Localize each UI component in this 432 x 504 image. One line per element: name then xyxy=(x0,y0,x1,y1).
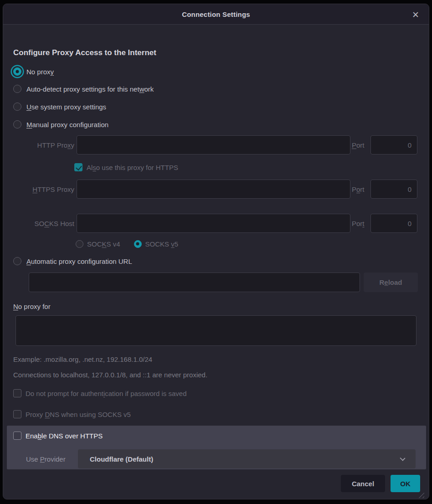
https-port-input[interactable] xyxy=(370,180,417,199)
configure-proxy-heading: Configure Proxy Access to the Internet xyxy=(13,48,156,57)
no-prompt-auth-label: Do not prompt for authentication if pass… xyxy=(26,390,187,397)
doh-panel: Enable DNS over HTTPS Use Provider Cloud… xyxy=(7,426,426,469)
doh-provider-label: Use Provider xyxy=(26,449,66,468)
no-prompt-auth-row[interactable]: Do not prompt for authentication if pass… xyxy=(13,389,187,397)
radio-row-manual-proxy[interactable]: Manual proxy configuration xyxy=(13,119,108,130)
auto-url-radio[interactable] xyxy=(13,257,21,265)
share-proxy-checkbox[interactable] xyxy=(74,163,82,171)
ok-button[interactable]: OK xyxy=(391,475,420,492)
doh-enable-row[interactable]: Enable DNS over HTTPS xyxy=(13,431,103,440)
dialog-titlebar: Connection Settings ✕ xyxy=(3,4,429,25)
socks-host-input[interactable] xyxy=(77,214,350,233)
https-port-label: Port xyxy=(352,180,369,199)
socks-port-label: Port xyxy=(352,214,369,233)
no-proxy-example-text: Example: .mozilla.org, .net.nz, 192.168.… xyxy=(13,355,152,363)
socks-version-row: SOCKS v4 SOCKS v5 xyxy=(76,240,178,248)
autodetect-radio[interactable] xyxy=(13,85,21,93)
doh-enable-label: Enable DNS over HTTPS xyxy=(26,432,103,440)
https-proxy-label: HTTPS Proxy xyxy=(13,180,74,199)
radio-row-auto-url[interactable]: Automatic proxy configuration URL xyxy=(13,256,132,267)
screen: { "window": { "title": "Connection Setti… xyxy=(0,0,432,504)
https-proxy-input[interactable] xyxy=(77,180,350,199)
manual-proxy-radio[interactable] xyxy=(13,120,21,129)
autodetect-label: Auto-detect proxy settings for this netw… xyxy=(26,85,154,93)
connection-settings-dialog: Connection Settings ✕ Configure Proxy Ac… xyxy=(3,4,429,499)
no-proxy-for-textarea[interactable] xyxy=(15,315,417,346)
http-proxy-input[interactable] xyxy=(77,135,350,154)
share-proxy-label: Also use this proxy for HTTPS xyxy=(87,164,178,171)
no-prompt-auth-checkbox[interactable] xyxy=(13,389,21,397)
socks-v5-label: SOCKS v5 xyxy=(145,240,179,248)
manual-proxy-label: Manual proxy configuration xyxy=(26,121,108,129)
no-proxy-radio[interactable] xyxy=(13,67,21,76)
no-proxy-label: No proxy xyxy=(26,68,54,76)
doh-provider-value: Cloudflare (Default) xyxy=(90,455,153,463)
proxy-dns-checkbox[interactable] xyxy=(13,410,21,418)
socks-v4-label: SOCKS v4 xyxy=(87,240,120,248)
socks-v4-radio[interactable] xyxy=(76,240,83,248)
socks-port-input[interactable] xyxy=(370,214,417,233)
radio-row-autodetect[interactable]: Auto-detect proxy settings for this netw… xyxy=(13,83,154,94)
share-proxy-checkbox-row[interactable]: Also use this proxy for HTTPS xyxy=(74,163,178,171)
http-port-label: Port xyxy=(352,135,369,154)
proxy-dns-label: Proxy DNS when using SOCKS v5 xyxy=(26,411,131,418)
radio-row-system-proxy[interactable]: Use system proxy settings xyxy=(13,101,106,112)
auto-url-input[interactable] xyxy=(29,273,360,292)
localhost-note-text: Connections to localhost, 127.0.0.1/8, a… xyxy=(13,371,207,379)
radio-row-no-proxy[interactable]: No proxy xyxy=(13,66,54,77)
cancel-button[interactable]: Cancel xyxy=(341,475,385,492)
close-button[interactable]: ✕ xyxy=(409,8,422,21)
chevron-down-icon xyxy=(400,455,405,461)
doh-provider-dropdown[interactable]: Cloudflare (Default) xyxy=(78,449,416,468)
socks-host-label: SOCKS Host xyxy=(13,214,74,233)
reload-button[interactable]: Reload xyxy=(364,273,418,292)
close-icon: ✕ xyxy=(412,10,419,19)
system-proxy-label: Use system proxy settings xyxy=(26,103,106,111)
doh-enable-checkbox[interactable] xyxy=(13,432,21,440)
dialog-title: Connection Settings xyxy=(3,4,429,25)
auto-url-label: Automatic proxy configuration URL xyxy=(26,257,132,265)
proxy-dns-row[interactable]: Proxy DNS when using SOCKS v5 xyxy=(13,410,131,418)
socks-v5-radio[interactable] xyxy=(134,240,142,248)
system-proxy-radio[interactable] xyxy=(13,103,21,111)
no-proxy-for-label: No proxy for xyxy=(13,303,51,310)
http-proxy-label: HTTP Proxy xyxy=(13,135,74,154)
http-port-input[interactable] xyxy=(370,135,417,154)
